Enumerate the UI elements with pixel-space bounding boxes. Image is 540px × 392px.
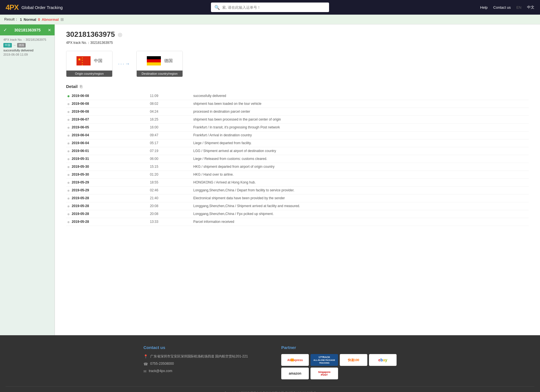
event-date: 2019-05-28 bbox=[71, 194, 149, 202]
event-description: Parcel information received bbox=[192, 218, 529, 226]
email-icon: ✉ bbox=[143, 369, 147, 373]
event-date: 2019-05-31 bbox=[71, 155, 149, 163]
tracking-table: 2019-06-08 11:09 successfully delivered … bbox=[66, 92, 529, 226]
sidebar-tracking-item[interactable]: ✓ 302181363975 ✕ bbox=[0, 24, 55, 35]
event-date: 2019-05-28 bbox=[71, 202, 149, 210]
footer-phone-text: 0755-23508000 bbox=[150, 362, 174, 366]
table-row: 2019-05-28 20:08 Longgang,Shenzhen,China… bbox=[66, 202, 529, 210]
dest-flag-area: 德国 bbox=[137, 51, 183, 71]
dot-cell bbox=[66, 210, 71, 218]
content: 302181363975 ◎ 4PX track No.：30218136397… bbox=[55, 24, 540, 335]
dot-cell bbox=[66, 202, 71, 210]
event-date: 2019-05-29 bbox=[71, 179, 149, 187]
germany-flag-gold bbox=[147, 62, 161, 65]
dot-cell bbox=[66, 179, 71, 187]
event-time: 20:08 bbox=[149, 202, 192, 210]
partner-ebay[interactable]: ebay bbox=[369, 354, 397, 366]
event-description: Longgang,Shenzhen,China / Fpx pciked up … bbox=[192, 210, 529, 218]
normal-label: Normal bbox=[24, 17, 36, 22]
event-time: 18:55 bbox=[149, 179, 192, 187]
tracking-header: 302181363975 ◎ bbox=[66, 30, 529, 39]
normal-count: 1 bbox=[20, 17, 22, 22]
event-dot bbox=[68, 213, 69, 215]
close-icon[interactable]: ✕ bbox=[48, 28, 51, 32]
event-dot bbox=[68, 135, 69, 137]
search-input[interactable] bbox=[222, 5, 326, 10]
dot-cell bbox=[66, 124, 71, 132]
contact-link[interactable]: Contact us bbox=[493, 5, 511, 10]
event-dot bbox=[68, 190, 69, 192]
table-row: 2019-05-30 01:20 HKG / Hand over to airl… bbox=[66, 171, 529, 179]
table-row: 2019-05-28 20:08 Longgang,Shenzhen,China… bbox=[66, 210, 529, 218]
dot-cell bbox=[66, 155, 71, 163]
event-date: 2019-06-08 bbox=[71, 92, 149, 100]
sidebar-date: 2019-06-08 11:09 bbox=[3, 53, 51, 56]
event-description: successfully delivered bbox=[192, 92, 529, 100]
partner-singpost[interactable]: SingaporePOST bbox=[310, 368, 338, 379]
event-description: shipment has been loaded on the tour veh… bbox=[192, 100, 529, 108]
dot-cell bbox=[66, 194, 71, 202]
partner-aliexpress[interactable]: Ali🅴xpress bbox=[281, 354, 309, 366]
grid-toggle-icon[interactable]: ⊞ bbox=[60, 17, 64, 22]
result-bar: Result： 1 Normal 0 Abnormal ⊞ bbox=[0, 15, 540, 24]
event-date: 2019-05-28 bbox=[71, 210, 149, 218]
event-time: 02:46 bbox=[149, 187, 192, 194]
sidebar-dest-tag: 德国 bbox=[17, 43, 26, 47]
table-row: 2019-06-01 07:19 LGG / Shipment arrived … bbox=[66, 147, 529, 155]
lang-zh[interactable]: 中文 bbox=[527, 5, 534, 10]
event-dot bbox=[68, 103, 69, 105]
china-flag: ★★★★ bbox=[76, 56, 91, 65]
footer-address: 📍 广东省深圳市宝安区深圳国际机场机场四道 国内航空货站201-221 bbox=[143, 354, 259, 359]
help-link[interactable]: Help bbox=[480, 5, 488, 10]
event-date: 2019-06-04 bbox=[71, 132, 149, 139]
partner-kuaidie[interactable]: 快递100 bbox=[340, 354, 367, 366]
track-no-sub: 4PX track No.：302181363975 bbox=[66, 40, 529, 45]
event-dot bbox=[68, 198, 69, 200]
event-description: HONGKONG / Arrived at Hong Kong hub. bbox=[192, 179, 529, 187]
event-dot bbox=[68, 119, 69, 121]
dot-cell bbox=[66, 132, 71, 139]
event-date: 2019-05-28 bbox=[71, 218, 149, 226]
check-icon: ✓ bbox=[3, 27, 7, 33]
partner-amazon[interactable]: amazon bbox=[281, 368, 309, 379]
germany-flag-black bbox=[147, 56, 161, 59]
event-time: 07:19 bbox=[149, 147, 192, 155]
event-time: 05:17 bbox=[149, 139, 192, 147]
event-date: 2019-06-05 bbox=[71, 124, 149, 132]
table-row: 2019-05-29 02:46 Longgang,Shenzhen,China… bbox=[66, 187, 529, 194]
search-bar[interactable]: 🔍 bbox=[211, 3, 329, 12]
event-time: 09:47 bbox=[149, 132, 192, 139]
partner-17track[interactable]: 17TRACKALL-IN-ONE PACKAGE TRACKING bbox=[310, 354, 338, 366]
event-description: Longgang,Shenzhen,China / Shipment arriv… bbox=[192, 202, 529, 210]
main-container: ✓ 302181363975 ✕ 4PX track No.：302181363… bbox=[0, 24, 540, 335]
event-dot bbox=[68, 182, 69, 184]
event-description: Longgang,Shenzhen,China / Depart from fa… bbox=[192, 187, 529, 194]
copy-icon[interactable]: ⎘ bbox=[80, 84, 82, 89]
lang-en[interactable]: EN bbox=[516, 5, 521, 10]
phone-icon: ☎ bbox=[143, 362, 148, 366]
sidebar-status: successfully delivered bbox=[3, 49, 51, 52]
event-dot bbox=[68, 158, 69, 160]
partner-grid-row1: Ali🅴xpress 17TRACKALL-IN-ONE PACKAGE TRA… bbox=[281, 354, 397, 366]
footer-copyright: Copyright ©深圳市通四方信息科技有限公司 粤ICP备12019163号… bbox=[6, 386, 534, 392]
event-dot bbox=[68, 150, 69, 152]
search-icon: 🔍 bbox=[214, 5, 220, 10]
sidebar-detail: 4PX track No.：302181363975 中国 → 德国 succe… bbox=[0, 35, 55, 58]
event-description: HKG / Hand over to airline. bbox=[192, 171, 529, 179]
dot-cell bbox=[66, 116, 71, 124]
event-time: 16:00 bbox=[149, 124, 192, 132]
verified-icon: ◎ bbox=[118, 31, 122, 38]
header: 4PX Global Order Tracking 🔍 Help Contact… bbox=[0, 0, 540, 15]
event-dot bbox=[68, 166, 69, 168]
event-time: 16:25 bbox=[149, 116, 192, 124]
event-dot bbox=[68, 127, 69, 129]
event-description: Frankfurt / In transit, it's progressing… bbox=[192, 124, 529, 132]
event-description: Liege / Released from customs: customs c… bbox=[192, 155, 529, 163]
origin-card: ★★★★ 中国 Origin country/region bbox=[66, 51, 112, 77]
table-row: 2019-06-08 08:02 shipment has been loade… bbox=[66, 100, 529, 108]
event-date: 2019-06-08 bbox=[71, 108, 149, 116]
footer-phone: ☎ 0755-23508000 bbox=[143, 362, 259, 366]
dot-cell bbox=[66, 147, 71, 155]
sidebar: ✓ 302181363975 ✕ 4PX track No.：302181363… bbox=[0, 24, 55, 335]
dot-cell bbox=[66, 163, 71, 171]
